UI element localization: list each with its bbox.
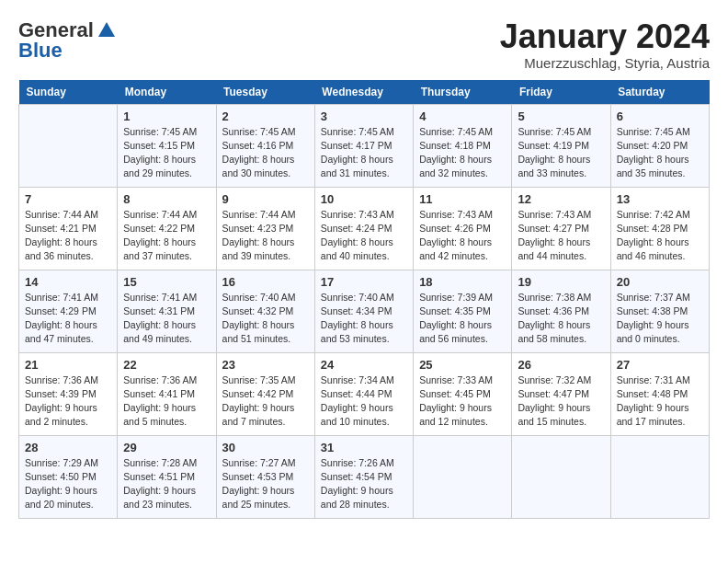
- svg-marker-0: [98, 22, 115, 37]
- day-number: 12: [518, 192, 604, 206]
- week-row-5: 28Sunrise: 7:29 AMSunset: 4:50 PMDayligh…: [19, 435, 710, 518]
- day-number: 28: [25, 441, 111, 454]
- calendar-cell: 4Sunrise: 7:45 AMSunset: 4:18 PMDaylight…: [414, 104, 512, 187]
- day-number: 3: [321, 109, 407, 123]
- daylight-text: Daylight: 8 hours and 30 minutes.: [222, 153, 309, 180]
- sunset-text: Sunset: 4:45 PM: [419, 387, 506, 401]
- sunset-text: Sunset: 4:47 PM: [518, 387, 604, 401]
- column-header-monday: Monday: [118, 80, 216, 105]
- daylight-text: Daylight: 9 hours and 25 minutes.: [222, 484, 309, 511]
- day-info: Sunrise: 7:43 AMSunset: 4:27 PMDaylight:…: [518, 208, 604, 264]
- daylight-text: Daylight: 9 hours and 12 minutes.: [419, 401, 506, 429]
- sunset-text: Sunset: 4:42 PM: [222, 387, 309, 401]
- week-row-1: 1Sunrise: 7:45 AMSunset: 4:15 PMDaylight…: [19, 104, 710, 187]
- daylight-text: Daylight: 8 hours and 42 minutes.: [419, 236, 506, 263]
- daylight-text: Daylight: 8 hours and 51 minutes.: [222, 318, 309, 346]
- sunrise-text: Sunrise: 7:39 AM: [419, 291, 506, 304]
- calendar-cell: 24Sunrise: 7:34 AMSunset: 4:44 PMDayligh…: [314, 352, 413, 435]
- day-info: Sunrise: 7:44 AMSunset: 4:21 PMDaylight:…: [25, 208, 111, 264]
- daylight-text: Daylight: 9 hours and 2 minutes.: [25, 401, 111, 429]
- sunset-text: Sunset: 4:27 PM: [518, 222, 604, 236]
- day-number: 26: [518, 358, 604, 372]
- sunset-text: Sunset: 4:38 PM: [617, 304, 703, 318]
- sunrise-text: Sunrise: 7:42 AM: [617, 208, 703, 222]
- sunset-text: Sunset: 4:26 PM: [419, 222, 506, 236]
- day-number: 27: [617, 358, 703, 372]
- sunset-text: Sunset: 4:34 PM: [321, 304, 407, 318]
- daylight-text: Daylight: 8 hours and 58 minutes.: [518, 318, 604, 346]
- location-text: Muerzzuschlag, Styria, Austria: [500, 55, 710, 71]
- sunrise-text: Sunrise: 7:43 AM: [419, 208, 506, 222]
- daylight-text: Daylight: 8 hours and 31 minutes.: [321, 153, 407, 180]
- sunrise-text: Sunrise: 7:38 AM: [518, 291, 604, 304]
- title-section: January 2024 Muerzzuschlag, Styria, Aust…: [500, 18, 710, 71]
- daylight-text: Daylight: 8 hours and 36 minutes.: [25, 236, 111, 263]
- day-info: Sunrise: 7:37 AMSunset: 4:38 PMDaylight:…: [617, 291, 703, 347]
- daylight-text: Daylight: 8 hours and 46 minutes.: [617, 236, 703, 263]
- sunset-text: Sunset: 4:18 PM: [419, 139, 506, 153]
- calendar-cell: [512, 435, 610, 518]
- column-header-wednesday: Wednesday: [314, 80, 413, 105]
- daylight-text: Daylight: 9 hours and 5 minutes.: [123, 401, 210, 429]
- sunrise-text: Sunrise: 7:33 AM: [419, 373, 506, 387]
- daylight-text: Daylight: 8 hours and 53 minutes.: [321, 318, 407, 346]
- day-number: 21: [25, 358, 111, 372]
- sunset-text: Sunset: 4:35 PM: [419, 304, 506, 318]
- calendar-cell: 23Sunrise: 7:35 AMSunset: 4:42 PMDayligh…: [216, 352, 314, 435]
- sunrise-text: Sunrise: 7:35 AM: [222, 373, 309, 387]
- sunset-text: Sunset: 4:16 PM: [222, 139, 309, 153]
- sunrise-text: Sunrise: 7:41 AM: [25, 291, 111, 304]
- day-info: Sunrise: 7:36 AMSunset: 4:41 PMDaylight:…: [123, 373, 210, 430]
- calendar-cell: 16Sunrise: 7:40 AMSunset: 4:32 PMDayligh…: [216, 270, 314, 352]
- day-info: Sunrise: 7:44 AMSunset: 4:23 PMDaylight:…: [222, 208, 309, 264]
- week-row-4: 21Sunrise: 7:36 AMSunset: 4:39 PMDayligh…: [19, 352, 710, 435]
- day-info: Sunrise: 7:44 AMSunset: 4:22 PMDaylight:…: [123, 208, 210, 264]
- day-info: Sunrise: 7:34 AMSunset: 4:44 PMDaylight:…: [321, 373, 407, 430]
- daylight-text: Daylight: 9 hours and 7 minutes.: [222, 401, 309, 429]
- sunrise-text: Sunrise: 7:44 AM: [222, 208, 309, 222]
- day-number: 22: [123, 358, 210, 372]
- daylight-text: Daylight: 9 hours and 17 minutes.: [617, 401, 703, 429]
- calendar-cell: 28Sunrise: 7:29 AMSunset: 4:50 PMDayligh…: [19, 435, 118, 518]
- sunset-text: Sunset: 4:23 PM: [222, 222, 309, 236]
- calendar-cell: 2Sunrise: 7:45 AMSunset: 4:16 PMDaylight…: [216, 104, 314, 187]
- logo-icon: [97, 20, 117, 40]
- sunset-text: Sunset: 4:21 PM: [25, 222, 111, 236]
- column-header-friday: Friday: [512, 80, 610, 105]
- daylight-text: Daylight: 8 hours and 37 minutes.: [123, 236, 210, 263]
- day-info: Sunrise: 7:38 AMSunset: 4:36 PMDaylight:…: [518, 291, 604, 347]
- week-row-2: 7Sunrise: 7:44 AMSunset: 4:21 PMDaylight…: [19, 187, 710, 270]
- week-row-3: 14Sunrise: 7:41 AMSunset: 4:29 PMDayligh…: [19, 270, 710, 352]
- day-number: 8: [123, 192, 210, 206]
- sunset-text: Sunset: 4:28 PM: [617, 222, 703, 236]
- calendar-cell: 27Sunrise: 7:31 AMSunset: 4:48 PMDayligh…: [610, 352, 709, 435]
- sunrise-text: Sunrise: 7:28 AM: [123, 456, 210, 470]
- day-number: 11: [419, 192, 506, 206]
- sunset-text: Sunset: 4:44 PM: [321, 387, 407, 401]
- calendar-cell: 13Sunrise: 7:42 AMSunset: 4:28 PMDayligh…: [610, 187, 709, 270]
- calendar-cell: 31Sunrise: 7:26 AMSunset: 4:54 PMDayligh…: [314, 435, 413, 518]
- sunset-text: Sunset: 4:54 PM: [321, 470, 407, 484]
- day-info: Sunrise: 7:36 AMSunset: 4:39 PMDaylight:…: [25, 373, 111, 430]
- page-header: General Blue January 2024 Muerzzuschlag,…: [18, 18, 710, 71]
- day-info: Sunrise: 7:28 AMSunset: 4:51 PMDaylight:…: [123, 456, 210, 512]
- day-number: 29: [123, 441, 210, 454]
- day-info: Sunrise: 7:35 AMSunset: 4:42 PMDaylight:…: [222, 373, 309, 430]
- calendar-cell: 7Sunrise: 7:44 AMSunset: 4:21 PMDaylight…: [19, 187, 118, 270]
- sunrise-text: Sunrise: 7:45 AM: [518, 125, 604, 139]
- day-info: Sunrise: 7:43 AMSunset: 4:26 PMDaylight:…: [419, 208, 506, 264]
- calendar-cell: 29Sunrise: 7:28 AMSunset: 4:51 PMDayligh…: [118, 435, 216, 518]
- calendar-cell: 9Sunrise: 7:44 AMSunset: 4:23 PMDaylight…: [216, 187, 314, 270]
- day-number: 14: [25, 275, 111, 289]
- calendar-cell: 30Sunrise: 7:27 AMSunset: 4:53 PMDayligh…: [216, 435, 314, 518]
- daylight-text: Daylight: 8 hours and 49 minutes.: [123, 318, 210, 346]
- day-info: Sunrise: 7:26 AMSunset: 4:54 PMDaylight:…: [321, 456, 407, 512]
- day-number: 17: [321, 275, 407, 289]
- column-header-tuesday: Tuesday: [216, 80, 314, 105]
- day-info: Sunrise: 7:45 AMSunset: 4:19 PMDaylight:…: [518, 125, 604, 181]
- sunset-text: Sunset: 4:20 PM: [617, 139, 703, 153]
- calendar-cell: 18Sunrise: 7:39 AMSunset: 4:35 PMDayligh…: [414, 270, 512, 352]
- day-info: Sunrise: 7:31 AMSunset: 4:48 PMDaylight:…: [617, 373, 703, 430]
- day-info: Sunrise: 7:32 AMSunset: 4:47 PMDaylight:…: [518, 373, 604, 430]
- calendar-cell: [414, 435, 512, 518]
